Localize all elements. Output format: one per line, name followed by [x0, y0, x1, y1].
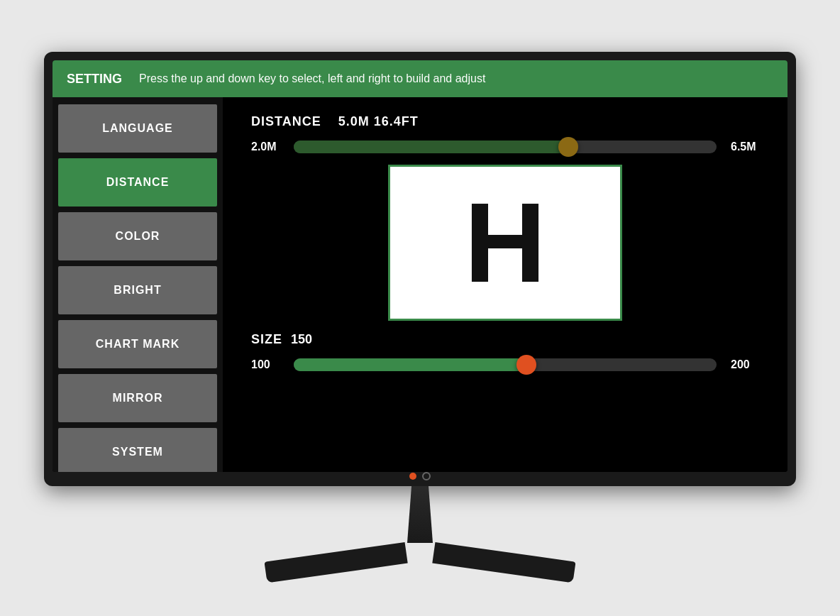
distance-slider-max: 6.5M: [731, 141, 759, 153]
size-slider-fill: [294, 358, 526, 371]
monitor-wrapper: SETTING Press the up and down key to sel…: [44, 52, 796, 564]
monitor-base-left: [264, 542, 407, 583]
chart-letter: H: [464, 186, 546, 299]
chart-container: H: [251, 165, 759, 321]
size-slider-row: 100 200: [251, 358, 759, 371]
header-instruction: Press the up and down key to select, lef…: [139, 72, 485, 85]
size-slider-thumb[interactable]: [516, 355, 536, 375]
sidebar-item-chart-mark[interactable]: CHART MARK: [58, 320, 217, 368]
header-setting-label: SETTING: [67, 72, 122, 87]
monitor-screen: SETTING Press the up and down key to sel…: [52, 60, 788, 472]
indicator-row: [409, 472, 431, 480]
size-value: 150: [291, 332, 312, 347]
sidebar-item-mirror[interactable]: MIRROR: [58, 374, 217, 422]
distance-slider-fill: [294, 141, 568, 153]
sidebar-item-system[interactable]: SYSTEM: [58, 428, 217, 472]
sidebar-item-distance[interactable]: DISTANCE: [58, 158, 217, 207]
indicator-dot-inactive: [422, 472, 431, 480]
size-slider-track[interactable]: [294, 358, 717, 371]
monitor-neck: [399, 486, 441, 543]
size-slider-max: 200: [731, 358, 759, 371]
indicator-dot-active: [409, 473, 416, 480]
size-row-label: SIZE 150: [251, 332, 759, 347]
content-area: LANGUAGE DISTANCE COLOR BRIGHT CHART MAR…: [52, 97, 788, 472]
distance-slider-row: 2.0M 6.5M: [251, 141, 759, 153]
sidebar-item-language[interactable]: LANGUAGE: [58, 104, 217, 153]
size-label: SIZE: [251, 332, 282, 347]
size-slider-min: 100: [251, 358, 280, 371]
monitor-base: [278, 543, 562, 564]
distance-slider-min: 2.0M: [251, 141, 280, 153]
header-bar: SETTING Press the up and down key to sel…: [52, 60, 788, 97]
monitor-base-right: [432, 542, 575, 583]
main-content: DISTANCE 5.0M 16.4FT 2.0M 6.5M: [223, 97, 788, 472]
sidebar-item-color[interactable]: COLOR: [58, 212, 217, 260]
chart-box: H: [388, 165, 622, 321]
monitor-bezel: SETTING Press the up and down key to sel…: [44, 52, 796, 486]
distance-slider-thumb[interactable]: [558, 137, 578, 157]
distance-row-label: DISTANCE 5.0M 16.4FT: [251, 114, 759, 129]
distance-slider-track[interactable]: [294, 141, 717, 153]
sidebar: LANGUAGE DISTANCE COLOR BRIGHT CHART MAR…: [52, 97, 223, 472]
sidebar-item-bright[interactable]: BRIGHT: [58, 266, 217, 314]
